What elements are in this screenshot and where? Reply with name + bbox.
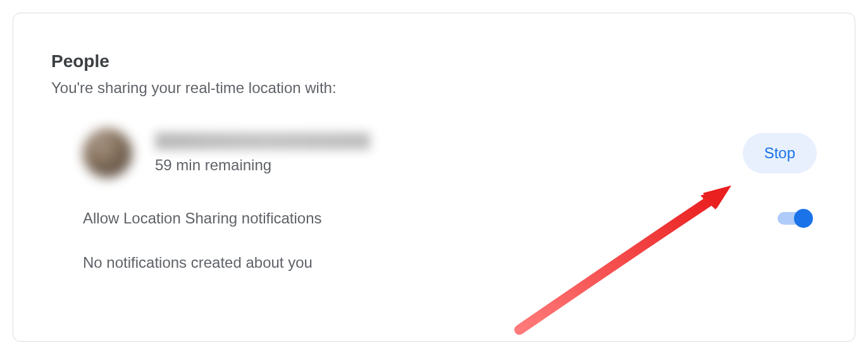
notifications-row: Allow Location Sharing notifications [83, 210, 817, 227]
section-subtitle: You're sharing your real-time location w… [51, 79, 817, 97]
person-info: 59 min remaining [155, 132, 743, 174]
section-title: People [51, 51, 817, 72]
svg-marker-1 [703, 185, 731, 208]
person-email-redacted [155, 132, 370, 150]
person-row: 59 min remaining Stop [83, 128, 817, 178]
remaining-time: 59 min remaining [155, 156, 743, 174]
toggle-knob [794, 209, 813, 228]
svg-marker-0 [700, 187, 728, 210]
stop-button[interactable]: Stop [743, 133, 817, 173]
avatar [83, 128, 132, 178]
no-notifications-text: No notifications created about you [83, 254, 817, 272]
notifications-toggle[interactable] [778, 212, 810, 225]
people-card: People You're sharing your real-time loc… [13, 13, 855, 342]
allow-notifications-label: Allow Location Sharing notifications [83, 210, 322, 227]
